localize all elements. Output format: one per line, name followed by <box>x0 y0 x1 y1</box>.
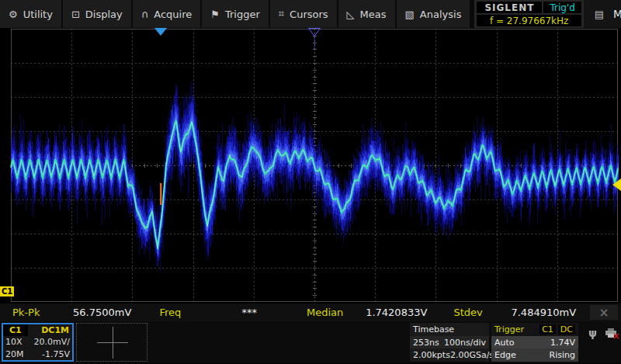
trigger-slope: Rising <box>550 350 575 360</box>
menu-item-label: Trigger <box>225 9 260 20</box>
waveform-display <box>0 28 621 303</box>
timebase-sample-rate: 2.00GSa/s <box>450 350 494 360</box>
trigger-type: Edge <box>494 350 516 360</box>
menu-item-label: Meas <box>360 9 387 20</box>
clipboard-icon: ▤ <box>595 9 604 20</box>
measurement-label: Freq <box>147 307 205 318</box>
measurement-label: Median <box>294 307 352 318</box>
display-icon: ⊡ <box>71 9 80 20</box>
measurement-value: 1.7420833V <box>352 307 442 318</box>
menu-item-utility[interactable]: ⚙ Utility <box>0 0 61 28</box>
menu-item-label: Utility <box>23 9 53 20</box>
bottom-status-bar: C1 DC1M 10X 20.0mV/ 20M -1.75V Timebase … <box>0 321 621 363</box>
meas-ruler-icon: ◺ <box>347 9 355 20</box>
trigger-position-marker[interactable] <box>154 28 167 36</box>
cursors-icon: ⌗ <box>279 8 284 20</box>
measurement-statistics-bar: Pk-Pk 56.7500mV Freq *** Median 1.742083… <box>0 303 621 321</box>
measurement-median[interactable]: Median 1.7420833V <box>294 303 442 321</box>
menu-item-label: Display <box>85 9 123 20</box>
brand-status-block: SIGLENT Trig'd f = 27.97667kHz <box>474 0 583 28</box>
measurement-label: Pk-Pk <box>0 307 57 318</box>
timebase-memory-depth: 2.00kpts <box>413 350 450 360</box>
trigger-frequency-readout: f = 27.97667kHz <box>477 15 581 26</box>
measure-panel-title: MEASURE <box>613 8 621 20</box>
measurement-value: *** <box>205 307 295 318</box>
measurement-pkpk[interactable]: Pk-Pk 56.7500mV <box>0 303 147 321</box>
status-icons: ψ × <box>588 327 617 339</box>
trigger-level-value: 1.74V <box>550 338 575 348</box>
measurement-freq[interactable]: Freq *** <box>147 303 295 321</box>
trigger-mode: Auto <box>494 338 515 348</box>
measure-panel-header: ▤ MEASURE <box>584 0 621 28</box>
channel1-info-box[interactable]: C1 DC1M 10X 20.0mV/ 20M -1.75V <box>2 323 74 362</box>
channel-probe-attenuation: 10X <box>5 337 23 347</box>
close-icon: × <box>599 306 609 320</box>
measurement-stdev[interactable]: Stdev 7.484910mV <box>442 303 589 321</box>
trigger-coupling: DC <box>558 324 575 335</box>
trigger-delay-reference-marker[interactable] <box>308 28 321 54</box>
timebase-scale: 100ns/div <box>444 338 486 348</box>
trigger-flag-icon: ⚑ <box>210 9 220 20</box>
channel-name-chip: C1 <box>3 324 28 336</box>
menu-item-label: Acquire <box>154 9 192 20</box>
menu-item-trigger[interactable]: ⚑ Trigger <box>202 0 269 28</box>
menu-item-analysis[interactable]: ▧ Analysis <box>397 0 470 28</box>
menu-item-cursors[interactable]: ⌗ Cursors <box>270 0 337 28</box>
measure-close-button[interactable]: × <box>590 305 618 320</box>
measurement-value: 7.484910mV <box>499 307 589 318</box>
trigger-status-badge: Trig'd <box>543 2 581 13</box>
channel-coupling: DC1M <box>41 325 72 335</box>
measurement-label: Stdev <box>442 307 499 318</box>
menu-item-display[interactable]: ⊡ Display <box>63 0 131 28</box>
measurement-value: 56.7500mV <box>57 307 147 318</box>
analysis-icon: ▧ <box>405 9 415 20</box>
timebase-delay: 253ns <box>413 338 439 348</box>
menu-item-label: Analysis <box>420 9 462 20</box>
trigger-level-marker[interactable] <box>612 179 621 191</box>
siglent-logo: SIGLENT <box>477 2 542 13</box>
acquire-icon: ∩ <box>141 9 149 20</box>
channel-offset-value: -1.75V <box>42 349 70 359</box>
printer-error-icon[interactable]: × <box>605 328 617 338</box>
menu-item-meas[interactable]: ◺ Meas <box>338 0 395 28</box>
trigger-title: Trigger <box>494 324 537 335</box>
trigger-source: C1 <box>539 324 556 335</box>
channel-bandwidth-limit: 20M <box>5 349 24 359</box>
timebase-info-box[interactable]: Timebase 253ns 100ns/div 2.00kpts 2.00GS… <box>410 323 489 362</box>
top-menu-bar: ⚙ Utility ⊡ Display ∩ Acquire ⚑ Trigger … <box>0 0 621 28</box>
menu-item-acquire[interactable]: ∩ Acquire <box>133 0 201 28</box>
channel-add-placeholder[interactable] <box>76 323 147 362</box>
trigger-info-box[interactable]: Trigger C1 DC Auto 1.74V Edge Rising <box>491 323 578 362</box>
menu-item-label: Cursors <box>290 9 328 20</box>
channel1-offset-marker[interactable]: C1 <box>0 286 14 296</box>
channel-volts-per-div: 20.0mV/ <box>34 337 70 347</box>
scope-display-area: C1 <box>0 28 621 303</box>
timebase-title: Timebase <box>413 324 454 335</box>
printer-error-x: × <box>612 331 620 341</box>
gear-icon: ⚙ <box>9 9 18 20</box>
usb-icon: ψ <box>588 327 597 339</box>
